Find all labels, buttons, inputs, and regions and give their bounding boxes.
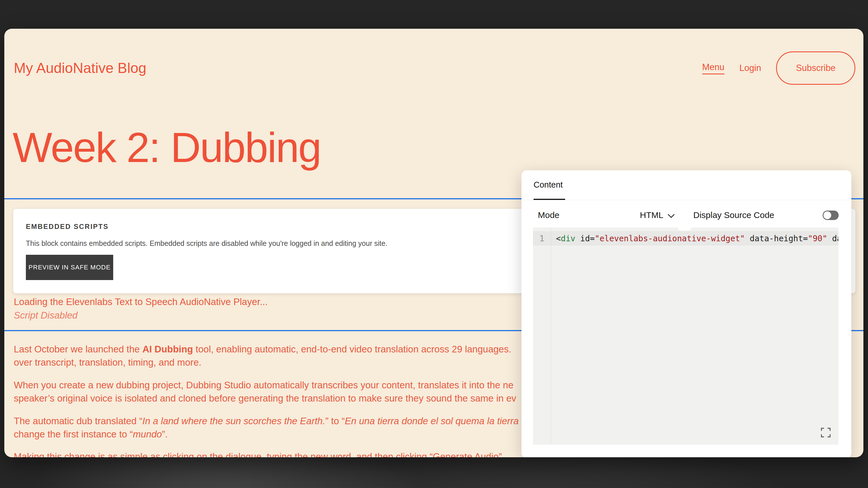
content-editor-panel: Content Mode HTML Display Source Code 1 … — [522, 170, 851, 457]
paragraph-text: ” to “ — [325, 416, 345, 426]
paragraph-2-line-2: speaker’s original voice is isolated and… — [14, 392, 516, 405]
code-attr-id: id= — [575, 234, 594, 243]
display-source-code-toggle[interactable] — [823, 210, 839, 220]
code-line-1[interactable]: <div id="elevenlabs-audionative-widget" … — [556, 234, 838, 243]
mode-label: Mode — [538, 210, 559, 220]
code-tag-name: div — [561, 234, 576, 243]
display-source-code-label: Display Source Code — [693, 210, 774, 220]
nav-login-link[interactable]: Login — [739, 63, 761, 73]
embedded-scripts-title: EMBEDDED SCRIPTS — [26, 223, 108, 231]
mode-dropdown[interactable]: HTML — [640, 210, 663, 220]
paragraph-text: change the first instance to “ — [14, 429, 133, 440]
paragraph-2-line-1: When you create a new dubbing project, D… — [14, 379, 514, 392]
paragraph-text: The automatic dub translated “ — [14, 416, 143, 426]
paragraph-3-line-1: The automatic dub translated “In a land … — [14, 415, 519, 428]
subscribe-button[interactable]: Subscribe — [776, 52, 855, 85]
embedded-scripts-description: This block contains embedded scripts. Em… — [26, 239, 387, 248]
chevron-down-icon[interactable] — [667, 213, 676, 219]
paragraph-text: Last October we launched the — [14, 344, 143, 354]
toggle-knob — [824, 212, 831, 219]
paragraph-text: ”. — [162, 429, 167, 440]
code-bracket: < — [556, 234, 561, 243]
quoted-word-mundo: mundo — [133, 429, 162, 440]
code-value-height: "90" — [808, 234, 827, 243]
paragraph-text: tool, enabling automatic, end-to-end vid… — [193, 344, 512, 354]
nav-menu-link[interactable]: Menu — [702, 62, 725, 74]
script-disabled-text: Script Disabled — [14, 310, 78, 321]
paragraph-4-line-1: Making this change is as simple as click… — [14, 450, 504, 457]
html-code-editor[interactable]: 1 <div id="elevenlabs-audionative-widget… — [533, 227, 838, 445]
paragraph-1-line-2: over transcript, translation, timing, an… — [14, 356, 202, 369]
editor-handle-notch — [678, 227, 691, 231]
paragraph-3-line-2: change the first instance to “mundo”. — [14, 428, 168, 441]
header-nav: Menu Login Subscribe — [702, 52, 855, 85]
player-loading-text: Loading the Elevenlabs Text to Speech Au… — [14, 296, 268, 307]
quoted-english-phrase: In a land where the sun scorches the Ear… — [143, 416, 326, 426]
preview-safe-mode-button[interactable]: PREVIEW IN SAFE MODE — [26, 255, 113, 280]
line-number: 1 — [533, 234, 551, 243]
paragraph-1-line-1: Last October we launched the AI Dubbing … — [14, 343, 512, 356]
ai-dubbing-bold-text: AI Dubbing — [143, 344, 193, 354]
code-value-widget-id: "elevenlabs-audionative-widget" — [595, 234, 745, 243]
fullscreen-icon[interactable] — [820, 427, 831, 438]
quoted-spanish-phrase: En una tierra donde el sol quema la tier… — [345, 416, 519, 426]
code-attr-truncated: da — [827, 234, 838, 243]
post-title: Week 2: Dubbing — [13, 124, 321, 172]
site-title: My AudioNative Blog — [14, 60, 146, 76]
blog-page-canvas: My AudioNative Blog Menu Login Subscribe… — [4, 29, 863, 457]
tab-content[interactable]: Content — [533, 180, 563, 190]
code-attr-data-height: data-height= — [745, 234, 808, 243]
